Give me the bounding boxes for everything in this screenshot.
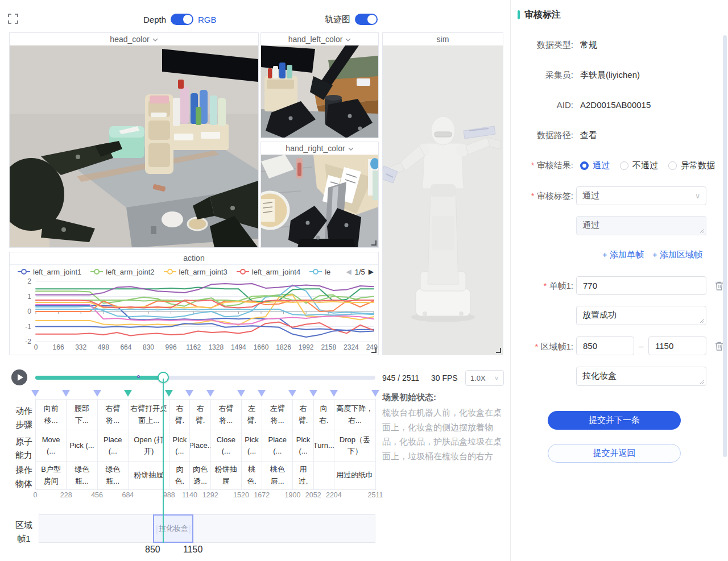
table-cell: 右臂. xyxy=(169,399,190,430)
region-frame-track[interactable]: 拉化妆盒 xyxy=(39,514,375,543)
radio-异常数据[interactable]: 异常数据 xyxy=(668,160,715,171)
legend-prev-icon[interactable]: ◀ xyxy=(346,268,351,276)
camera-hand-left-image xyxy=(261,45,378,138)
trajectory-label: 轨迹图 xyxy=(325,14,350,25)
fullscreen-icon[interactable] xyxy=(8,14,18,24)
region-start-value: 850 xyxy=(583,341,597,351)
single-frame-input[interactable]: 770 xyxy=(576,276,706,295)
resize-corner-icon[interactable] xyxy=(496,348,501,353)
radio-不通过[interactable]: 不通过 xyxy=(620,160,658,171)
axis-label-988: 988 xyxy=(163,491,175,499)
step-marker-1292[interactable] xyxy=(206,389,214,399)
legend-label: le xyxy=(325,268,330,276)
review-tag-label: 审核标签: xyxy=(519,191,573,202)
step-marker-2511[interactable] xyxy=(371,389,379,399)
legend-marker-icon xyxy=(18,269,30,275)
single-frame-label: 单帧1: xyxy=(519,281,573,292)
data-path-view-link[interactable]: 查看 xyxy=(580,130,597,141)
step-marker-1900[interactable] xyxy=(288,389,296,399)
camera-hand-right-header[interactable]: hand_right_color xyxy=(261,142,378,155)
legend-next-icon[interactable]: ▶ xyxy=(369,268,374,276)
sim-viewport[interactable] xyxy=(383,45,503,355)
svg-text:830: 830 xyxy=(143,343,154,351)
resize-grip-icon[interactable] xyxy=(700,228,705,234)
legend-item-le[interactable]: le xyxy=(309,268,330,276)
add-single-frame-link[interactable]: + 添加单帧 xyxy=(602,250,644,260)
chevron-down-icon: ∨ xyxy=(494,375,499,382)
step-marker-1520[interactable] xyxy=(237,389,245,399)
table-cell: Pick (... xyxy=(169,430,190,462)
region-end-input[interactable]: 1150 xyxy=(648,336,706,355)
submit-back-button[interactable]: 提交并返回 xyxy=(548,444,681,463)
depth-label: Depth xyxy=(143,15,166,24)
table-cell: 向右. xyxy=(314,399,334,430)
table-cell: 用过的纸巾 xyxy=(334,462,376,490)
single-frame-value: 770 xyxy=(583,281,597,290)
rgb-label: RGB xyxy=(198,15,217,24)
axis-label-2052: 2052 xyxy=(305,491,321,499)
depth-rgb-toggle[interactable] xyxy=(171,14,193,25)
camera-panel-head: head_color xyxy=(9,32,259,248)
trajectory-toggle[interactable] xyxy=(355,14,378,25)
legend-item-left_arm_joint4[interactable]: left_arm_joint4 xyxy=(237,268,300,276)
playback-speed-select[interactable]: 1.0X ∨ xyxy=(465,370,504,386)
region-segment[interactable]: 拉化妆盒 xyxy=(153,514,193,543)
legend-marker-icon xyxy=(164,269,176,275)
chart-series-right_arm_joint3 xyxy=(36,323,374,337)
submit-next-button[interactable]: 提交并下一条 xyxy=(548,411,681,430)
resize-grip-icon[interactable] xyxy=(700,379,705,384)
svg-text:1328: 1328 xyxy=(208,343,224,351)
camera-panel-hand-left: hand_left_color xyxy=(260,32,379,138)
add-region-frame-link[interactable]: + 添加区域帧 xyxy=(652,250,702,260)
radio-通过[interactable]: 通过 xyxy=(580,160,610,171)
axis-label-2511: 2511 xyxy=(368,491,383,499)
table-row-1: Move (...Pick (...Place (...Open (打开)Pic… xyxy=(35,430,376,462)
chart-plot[interactable]: 210-1-2016633249866483099611621328149416… xyxy=(10,279,378,356)
resize-corner-icon[interactable] xyxy=(371,348,377,353)
region-range-dash: – xyxy=(639,341,643,351)
radio-dot-icon xyxy=(620,161,628,170)
step-marker-2204[interactable] xyxy=(330,389,338,399)
svg-text:1: 1 xyxy=(27,293,31,301)
step-marker-1140[interactable] xyxy=(185,389,193,399)
frame-counter: 945 / 2511 xyxy=(382,373,419,383)
axis-label-1140: 1140 xyxy=(182,491,197,499)
sidebar-scrollbar[interactable] xyxy=(723,35,727,457)
play-button[interactable] xyxy=(11,369,27,385)
sim-header: sim xyxy=(383,33,503,45)
svg-text:332: 332 xyxy=(75,343,86,351)
region-frame-note-textarea[interactable]: 拉化妆盒 xyxy=(576,367,706,386)
legend-item-left_arm_joint2[interactable]: left_arm_joint2 xyxy=(90,268,154,276)
step-marker-684[interactable] xyxy=(124,389,132,399)
svg-text:498: 498 xyxy=(98,343,109,351)
camera-hand-left-header[interactable]: hand_left_color xyxy=(261,33,378,45)
field-review-result: 审核结果: 通过不通过异常数据 xyxy=(519,160,719,171)
svg-text:166: 166 xyxy=(53,343,64,351)
svg-text:0: 0 xyxy=(27,307,31,315)
steps-table: 向前移...腰部下...右臂将...右臂打开桌面上...右臂.右臂.右臂将...… xyxy=(35,399,376,490)
review-tag-note-textarea[interactable]: 通过 xyxy=(576,216,706,235)
table-cell: Pick (... xyxy=(242,430,262,462)
resize-corner-icon[interactable] xyxy=(371,240,377,246)
legend-item-left_arm_joint3[interactable]: left_arm_joint3 xyxy=(164,268,228,276)
single-frame-note-textarea[interactable]: 放置成功 xyxy=(576,306,706,325)
region-start-input[interactable]: 850 xyxy=(576,336,634,355)
legend-item-left_arm_joint1[interactable]: left_arm_joint1 xyxy=(18,268,81,276)
step-marker-228[interactable] xyxy=(62,389,70,399)
review-tag-note: 通过 xyxy=(582,220,599,230)
region-right-handle[interactable] xyxy=(189,525,191,534)
step-marker-988[interactable] xyxy=(165,389,173,399)
step-marker-0[interactable] xyxy=(31,389,39,399)
resize-grip-icon[interactable] xyxy=(700,318,705,323)
timeline-slider[interactable] xyxy=(35,376,375,380)
step-marker-456[interactable] xyxy=(93,389,101,399)
camera-head-header[interactable]: head_color xyxy=(10,33,258,45)
table-cell: 用过. xyxy=(293,462,313,490)
step-marker-2052[interactable] xyxy=(309,389,317,399)
step-marker-1672[interactable] xyxy=(258,389,266,399)
camera-head-title: head_color xyxy=(110,35,149,44)
svg-text:664: 664 xyxy=(120,343,131,351)
region-left-handle[interactable] xyxy=(156,525,158,534)
review-tag-select[interactable]: 通过 ∨ xyxy=(576,186,706,205)
table-cell: Move (... xyxy=(36,430,67,462)
